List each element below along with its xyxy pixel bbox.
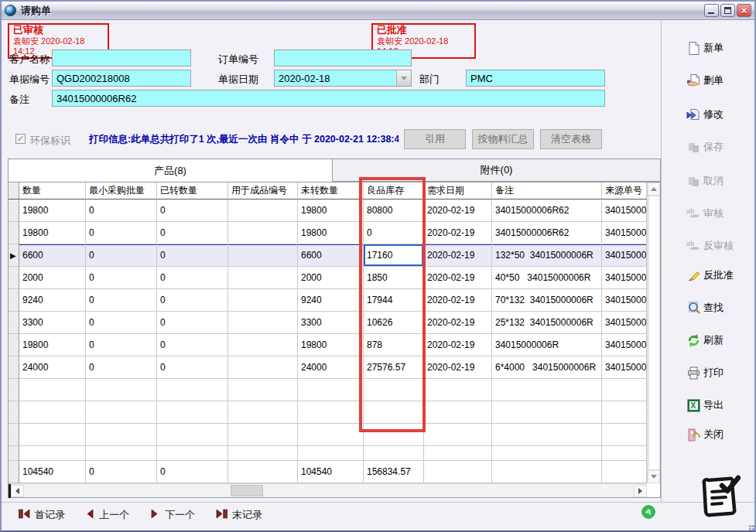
table-cell[interactable]: 0 xyxy=(86,200,157,222)
minimize-button[interactable] xyxy=(704,4,719,17)
table-cell[interactable]: 0 xyxy=(86,312,157,334)
table-row[interactable]: 3300003300106262020-02-1925*132 34015000… xyxy=(9,312,647,334)
table-cell[interactable]: 19800 xyxy=(298,200,364,222)
table-cell[interactable]: 40*50 34015000006R xyxy=(492,267,602,289)
table-cell[interactable]: 34015000 xyxy=(602,222,647,244)
table-row[interactable]: 200000200018502020-02-1940*50 3401500000… xyxy=(9,267,647,289)
sidebar-button-delete-doc[interactable]: 删单 xyxy=(686,73,724,88)
table-cell[interactable]: 0 xyxy=(86,334,157,356)
customer-input[interactable] xyxy=(52,49,191,66)
horizontal-scroll-thumb[interactable] xyxy=(231,485,263,496)
scroll-left-icon[interactable] xyxy=(11,485,24,497)
table-cell[interactable]: 6*4000 34015000006R xyxy=(492,356,602,379)
sidebar-button-unapprove[interactable]: 反批准 xyxy=(686,268,734,283)
table-cell[interactable]: 19800 xyxy=(19,200,86,222)
row-header[interactable] xyxy=(9,312,19,334)
nav-previous-record[interactable]: 上一个 xyxy=(84,508,129,522)
table-cell[interactable]: 34015000 xyxy=(602,312,647,334)
vertical-scrollbar[interactable] xyxy=(647,182,660,483)
vertical-scroll-thumb[interactable] xyxy=(648,196,660,470)
table-cell[interactable]: 0 xyxy=(86,244,157,267)
table-cell[interactable]: 3300 xyxy=(19,312,86,334)
sidebar-button-cancel[interactable]: 取消 xyxy=(686,173,724,189)
column-header[interactable]: 数量 xyxy=(19,182,86,200)
table-cell[interactable]: 34015000006R62 xyxy=(492,222,602,244)
table-cell[interactable]: 2020-02-19 xyxy=(424,289,492,312)
tab-products[interactable]: 产品(8) xyxy=(8,159,333,182)
row-header[interactable] xyxy=(9,334,19,356)
table-cell[interactable]: 34015000 xyxy=(602,356,647,379)
close-button[interactable]: × xyxy=(737,4,751,17)
table-cell[interactable] xyxy=(228,356,298,379)
row-header[interactable] xyxy=(9,289,19,312)
table-cell[interactable]: 2020-02-19 xyxy=(424,200,492,222)
table-cell[interactable]: 0 xyxy=(157,200,228,222)
table-cell[interactable]: 6600 xyxy=(298,244,364,267)
column-header[interactable]: 备注 xyxy=(492,182,602,200)
table-cell[interactable]: 132*50 34015000006R xyxy=(492,244,602,267)
table-cell[interactable]: 2000 xyxy=(298,267,364,289)
table-cell[interactable]: 2020-02-19 xyxy=(424,312,492,334)
table-row[interactable]: 1980000198008782020-02-1934015000006R340… xyxy=(9,334,647,356)
table-row[interactable]: 9240009240179442020-02-1970*132 34015000… xyxy=(9,289,647,312)
nav-next-record[interactable]: 下一个 xyxy=(150,508,195,522)
table-cell[interactable] xyxy=(228,267,298,289)
reference-button[interactable]: 引用 xyxy=(404,129,466,149)
table-cell[interactable]: 34015000 xyxy=(602,267,647,289)
column-header[interactable]: 用于成品编号 xyxy=(228,182,298,200)
table-cell[interactable] xyxy=(228,244,298,267)
table-cell[interactable] xyxy=(228,222,298,244)
row-header[interactable] xyxy=(9,356,19,379)
row-header[interactable]: ▶ xyxy=(9,244,19,267)
table-cell[interactable]: 2020-02-19 xyxy=(424,222,492,244)
table-row[interactable]: ▶6600006600171602020-02-19132*50 3401500… xyxy=(9,244,647,267)
doc-date-combobox[interactable]: 2020-02-18 xyxy=(274,70,412,87)
dept-input[interactable]: PMC xyxy=(466,70,605,87)
row-header[interactable] xyxy=(9,267,19,289)
clear-table-button[interactable]: 清空表格 xyxy=(540,129,602,149)
table-cell[interactable]: 0 xyxy=(157,312,228,334)
horizontal-scrollbar[interactable] xyxy=(9,483,647,497)
sidebar-button-close-doc[interactable]: 关闭 xyxy=(686,427,724,442)
chevron-down-icon[interactable] xyxy=(396,70,411,86)
table-row[interactable]: 24000002400027576.572020-02-196*4000 340… xyxy=(9,356,647,379)
maximize-button[interactable] xyxy=(720,4,735,17)
table-cell[interactable] xyxy=(228,312,298,334)
table-cell[interactable] xyxy=(228,200,298,222)
table-cell[interactable]: 0 xyxy=(157,222,228,244)
scroll-down-icon[interactable] xyxy=(648,470,660,483)
table-cell[interactable]: 70*132 34015000006R xyxy=(492,289,602,312)
table-cell[interactable]: 25*132 34015000006R xyxy=(492,312,602,334)
nav-first-record[interactable]: 首记录 xyxy=(19,508,65,522)
table-cell[interactable]: 34015000 xyxy=(602,289,647,312)
table-cell[interactable]: 34015000 xyxy=(602,244,647,267)
sidebar-button-find[interactable]: 查找 xyxy=(686,300,724,315)
scroll-right-icon[interactable] xyxy=(634,485,647,497)
table-cell[interactable]: 9240 xyxy=(19,289,86,312)
table-cell[interactable]: 2020-02-19 xyxy=(424,244,492,267)
sidebar-button-print[interactable]: 打印 xyxy=(686,365,724,380)
column-header[interactable]: 需求日期 xyxy=(424,182,492,200)
table-cell[interactable] xyxy=(228,289,298,312)
table-cell[interactable]: 0 xyxy=(86,222,157,244)
table-cell[interactable]: 2020-02-19 xyxy=(424,267,492,289)
table-cell[interactable]: 0 xyxy=(86,289,157,312)
table-cell[interactable]: 24000 xyxy=(19,356,86,379)
sidebar-button-modify[interactable]: 修改 xyxy=(686,107,724,122)
table-cell[interactable]: 0 xyxy=(86,267,157,289)
table-cell[interactable]: 19800 xyxy=(298,334,364,356)
table-cell[interactable]: 19800 xyxy=(19,222,86,244)
table-cell[interactable]: 19800 xyxy=(298,222,364,244)
sidebar-button-new-doc[interactable]: 新单 xyxy=(686,40,724,56)
sidebar-button-unaudit[interactable]: ab反审核 xyxy=(686,238,734,254)
table-cell[interactable]: 2000 xyxy=(19,267,86,289)
table-cell[interactable]: 34015000 xyxy=(602,334,647,356)
table-cell[interactable]: 0 xyxy=(157,289,228,312)
table-cell[interactable]: 34015000 xyxy=(602,200,647,222)
eco-checkbox[interactable]: ✓ xyxy=(15,134,26,144)
column-header[interactable]: 已转数量 xyxy=(157,182,228,200)
nav-last-record[interactable]: 末记录 xyxy=(216,508,262,522)
remark-input[interactable]: 34015000006R62 xyxy=(52,90,605,107)
table-cell[interactable] xyxy=(228,334,298,356)
order-no-input[interactable] xyxy=(274,49,412,66)
